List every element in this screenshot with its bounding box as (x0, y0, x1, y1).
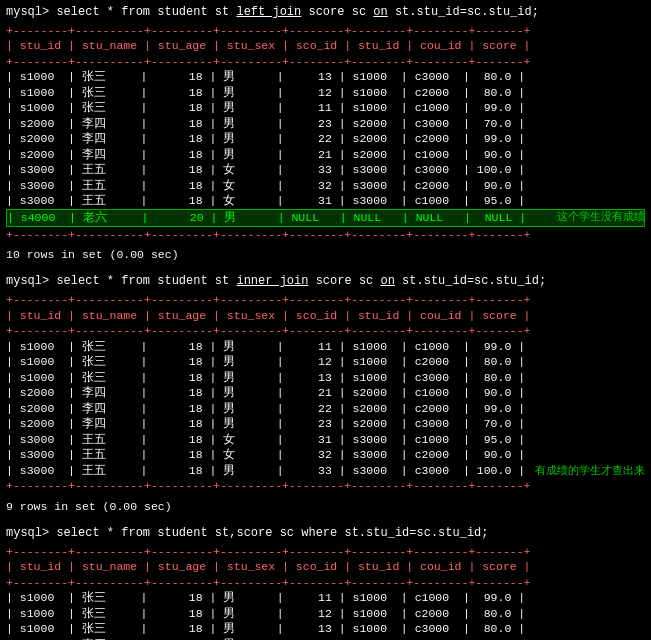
table-row: | s2000 | 李四 | 18 | 男 | 23 | s2000 | c30… (6, 416, 645, 432)
q2-cond: st.stu_id=sc.stu_id; (395, 274, 546, 288)
table-row: | s3000 | 王五 | 18 | 女 | 33 | s3000 | c30… (6, 162, 645, 178)
query2-cmd: mysql> select * from student st inner jo… (6, 273, 645, 290)
table-row: | s3000 | 王五 | 18 | 女 | 32 | s3000 | c20… (6, 447, 645, 463)
q2-on: on (380, 274, 394, 288)
table-row: | s2000 | 李四 | 18 | 男 | 21 | s2000 | c10… (6, 385, 645, 401)
q2-comment: 有成绩的学生才查出来 (535, 463, 645, 478)
query3-section: mysql> select * from student st,score sc… (6, 525, 645, 640)
q2-header: | stu_id | stu_name | stu_age | stu_sex … (6, 308, 645, 324)
q3-sql: select * from student st,score sc where … (56, 526, 488, 540)
query2-table: +--------+----------+---------+---------… (6, 292, 645, 494)
q2-inner-join: inner join (236, 274, 308, 288)
q2-sep-top: +--------+----------+---------+---------… (6, 292, 645, 308)
q1-sep-header: +--------+----------+---------+---------… (6, 54, 645, 70)
q1-comment: 这个学生没有成绩 (557, 209, 645, 224)
table-row: | s1000 | 张三 | 18 | 男 | 13 | s1000 | c30… (6, 621, 645, 637)
query3-cmd: mysql> select * from student st,score sc… (6, 525, 645, 542)
q3-sep-header: +--------+----------+---------+---------… (6, 575, 645, 591)
table-row: | s1000 | 张三 | 18 | 男 | 11 | s1000 | c10… (6, 590, 645, 606)
q1-highlighted-row-container: | s4000 | 老六 | 20 | 男 | NULL | NULL | NU… (6, 209, 645, 227)
q1-sep-top: +--------+----------+---------+---------… (6, 23, 645, 39)
q1-sep-bottom: +--------+----------+---------+---------… (6, 227, 645, 243)
q2-last-row-container: | s3000 | 王五 | 18 | 男 | 33 | s3000 | c30… (6, 463, 645, 479)
q1-mid: score sc (301, 5, 373, 19)
table-row: | s3000 | 王五 | 18 | 女 | 31 | s3000 | c10… (6, 193, 645, 209)
query2-section: mysql> select * from student st inner jo… (6, 273, 645, 515)
query1-section: mysql> select * from student st left joi… (6, 4, 645, 263)
table-row: | s1000 | 张三 | 18 | 男 | 12 | s1000 | c20… (6, 354, 645, 370)
q2-select: select * from student st (56, 274, 236, 288)
prompt1: mysql> (6, 5, 56, 19)
q2-result: 9 rows in set (0.00 sec) (6, 498, 645, 515)
q2-sep-header: +--------+----------+---------+---------… (6, 323, 645, 339)
table-row: | s3000 | 王五 | 18 | 女 | 31 | s3000 | c10… (6, 432, 645, 448)
q2-sep-bottom: +--------+----------+---------+---------… (6, 478, 645, 494)
q1-on: on (373, 5, 387, 19)
table-row: | s2000 | 李四 | 18 | 男 | 22 | s2000 | c20… (6, 401, 645, 417)
table-row: | s2000 | 李四 | 18 | 男 | 22 | s2000 | c20… (6, 131, 645, 147)
table-row: | s3000 | 王五 | 18 | 女 | 32 | s3000 | c20… (6, 178, 645, 194)
q1-select: select * from student st (56, 5, 236, 19)
q1-highlighted-row: | s4000 | 老六 | 20 | 男 | NULL | NULL | NU… (6, 209, 645, 227)
table-row: | s1000 | 张三 | 18 | 男 | 12 | s1000 | c20… (6, 606, 645, 622)
prompt3: mysql> (6, 526, 56, 540)
query3-table: +--------+----------+---------+---------… (6, 544, 645, 640)
table-row: | s1000 | 张三 | 18 | 男 | 11 | s1000 | c10… (6, 100, 645, 116)
query1-cmd: mysql> select * from student st left joi… (6, 4, 645, 21)
q2-mid: score sc (308, 274, 380, 288)
q1-header: | stu_id | stu_name | stu_age | stu_sex … (6, 38, 645, 54)
q3-sep-top: +--------+----------+---------+---------… (6, 544, 645, 560)
q1-left-join: left join (236, 5, 301, 19)
table-row: | s1000 | 张三 | 18 | 男 | 11 | s1000 | c10… (6, 339, 645, 355)
q1-cond: st.stu_id=sc.stu_id; (388, 5, 539, 19)
table-row: | s1000 | 张三 | 18 | 男 | 13 | s1000 | c30… (6, 69, 645, 85)
table-row: | s2000 | 李四 | 18 | 男 | 21 | s2000 | c10… (6, 147, 645, 163)
q1-result: 10 rows in set (0.00 sec) (6, 246, 645, 263)
q3-header: | stu_id | stu_name | stu_age | stu_sex … (6, 559, 645, 575)
table-row: | s2000 | 李四 | 18 | 男 | 23 | s2000 | c30… (6, 116, 645, 132)
table-row: | s1000 | 张三 | 18 | 男 | 13 | s1000 | c30… (6, 370, 645, 386)
terminal: mysql> select * from student st left joi… (0, 0, 651, 640)
table-row: | s1000 | 张三 | 18 | 男 | 12 | s1000 | c20… (6, 85, 645, 101)
query1-table: +--------+----------+---------+---------… (6, 23, 645, 242)
prompt2: mysql> (6, 274, 56, 288)
